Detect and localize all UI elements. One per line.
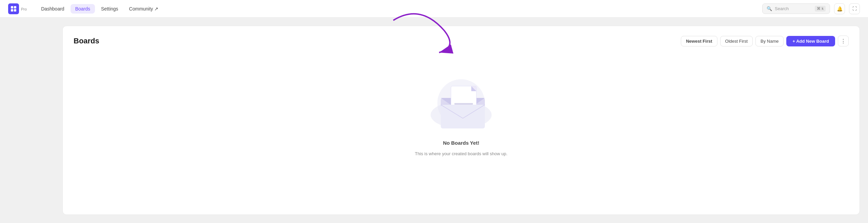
navbar: Pro Dashboard Boards Settings Community … (0, 0, 868, 18)
svg-rect-10 (454, 103, 473, 105)
logo-icon[interactable] (8, 3, 19, 14)
header-controls: Newest First Oldest First By Name + Add … (681, 36, 849, 46)
sort-byname-button[interactable]: By Name (755, 36, 784, 46)
empty-state-subtitle: This is where your created boards will s… (415, 151, 507, 156)
empty-illustration (424, 71, 498, 132)
sort-newest-button[interactable]: Newest First (681, 36, 717, 46)
empty-state: No Boards Yet! This is where your create… (74, 57, 849, 170)
svg-rect-3 (11, 9, 13, 12)
search-placeholder: Search (775, 6, 812, 11)
svg-rect-1 (11, 6, 13, 8)
empty-state-title: No Boards Yet! (443, 140, 479, 146)
add-new-board-button[interactable]: + Add New Board (786, 36, 835, 46)
fullscreen-button[interactable]: ⛶ (849, 3, 860, 14)
nav-boards[interactable]: Boards (71, 4, 95, 14)
add-board-label: + Add New Board (792, 39, 829, 44)
content-card: Boards Newest First Oldest First By Name… (62, 26, 860, 215)
svg-rect-4 (14, 9, 16, 12)
nav-community[interactable]: Community ↗ (124, 4, 163, 14)
nav-dashboard[interactable]: Dashboard (36, 4, 69, 14)
nav-settings[interactable]: Settings (96, 4, 123, 14)
sort-oldest-button[interactable]: Oldest First (720, 36, 753, 46)
search-icon: 🔍 (767, 6, 772, 11)
logo: Pro (8, 3, 27, 14)
notification-bell-button[interactable]: 🔔 (834, 3, 845, 14)
nav-links: Dashboard Boards Settings Community ↗ (36, 4, 163, 14)
sidebar-space (8, 26, 62, 215)
main-wrapper: Boards Newest First Oldest First By Name… (0, 18, 868, 223)
nav-right: 🔍 Search ⌘ k 🔔 ⛶ (762, 3, 860, 14)
more-options-button[interactable]: ⋮ (838, 36, 849, 46)
logo-pro-label: Pro (21, 7, 27, 11)
svg-rect-15 (441, 105, 485, 128)
svg-rect-2 (14, 6, 16, 8)
card-header: Boards Newest First Oldest First By Name… (74, 36, 849, 46)
search-shortcut: ⌘ k (815, 6, 826, 12)
search-box[interactable]: 🔍 Search ⌘ k (762, 3, 830, 14)
page-title: Boards (74, 37, 99, 45)
